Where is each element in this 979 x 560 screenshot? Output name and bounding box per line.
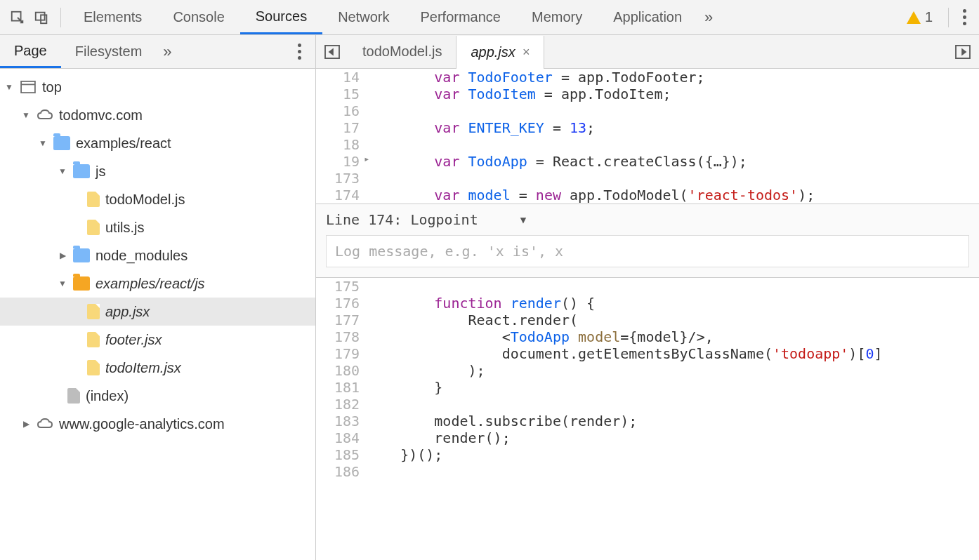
gutter[interactable]: 185: [316, 446, 367, 463]
tab-performance[interactable]: Performance: [405, 0, 517, 34]
logpoint-editor: Line 174: Logpoint ▼: [316, 204, 979, 278]
device-toggle-icon[interactable]: [29, 6, 53, 29]
gutter[interactable]: 176: [316, 295, 367, 312]
tree-node-file[interactable]: footer.jsx: [0, 326, 315, 354]
svg-rect-3: [21, 81, 35, 93]
tree-label: www.google-analytics.com: [59, 416, 225, 432]
warning-icon: [907, 11, 921, 24]
svg-rect-2: [41, 15, 46, 23]
folder-icon: [73, 276, 90, 291]
sidebar-tab-filesystem[interactable]: Filesystem: [61, 35, 157, 68]
folder-icon: [53, 136, 70, 150]
frame-icon: [20, 80, 37, 94]
gutter[interactable]: 175: [316, 278, 367, 295]
tree-node-folder[interactable]: ▼ examples/react/js: [0, 269, 315, 298]
tree-node-top[interactable]: ▼ top: [0, 73, 315, 101]
editor-tab-app[interactable]: app.jsx ×: [456, 36, 544, 69]
main-area: Page Filesystem » ▼ top ▼ todomvc.com: [0, 35, 979, 560]
file-icon: [87, 192, 100, 207]
gutter[interactable]: 174: [316, 187, 367, 204]
tree-label: footer.jsx: [105, 332, 162, 348]
gutter[interactable]: 183: [316, 413, 367, 429]
chevron-down-icon: ▼: [520, 214, 526, 225]
gutter[interactable]: 15: [316, 86, 367, 102]
file-icon: [87, 332, 100, 347]
gutter[interactable]: 184: [316, 429, 367, 446]
navigator-tabs: Page Filesystem »: [0, 35, 315, 69]
tab-application[interactable]: Application: [598, 0, 697, 34]
show-navigator-icon[interactable]: [320, 45, 344, 59]
tree-node-file[interactable]: todoItem.jsx: [0, 354, 315, 382]
warning-count: 1: [925, 9, 933, 25]
file-icon: [87, 220, 100, 235]
tree-label: examples/react: [76, 135, 171, 152]
more-tabs-icon[interactable]: »: [697, 8, 720, 27]
close-tab-icon[interactable]: ×: [523, 45, 530, 60]
show-debugger-icon[interactable]: [951, 45, 975, 59]
gutter[interactable]: 19: [316, 153, 367, 170]
tree-node-file[interactable]: (index): [0, 382, 315, 410]
svg-marker-6: [329, 48, 334, 55]
sidebar-more-tabs-icon[interactable]: »: [156, 43, 178, 61]
folder-icon: [73, 164, 90, 178]
tree-node-file[interactable]: app.jsx: [0, 298, 315, 326]
folder-icon: [73, 248, 90, 262]
cloud-icon: [37, 108, 53, 122]
navigator-sidebar: Page Filesystem » ▼ top ▼ todomvc.com: [0, 35, 316, 560]
breakpoint-type-select[interactable]: Logpoint ▼: [410, 211, 526, 228]
logpoint-line-label: Line 174:: [326, 211, 402, 228]
inspect-icon[interactable]: [6, 6, 29, 29]
tree-label: app.jsx: [105, 304, 150, 320]
tree-node-file[interactable]: todoModel.js: [0, 185, 315, 213]
breakpoint-type-label: Logpoint: [410, 211, 478, 228]
file-icon: [67, 388, 80, 404]
gutter[interactable]: 14: [316, 69, 367, 86]
tab-memory[interactable]: Memory: [516, 0, 598, 34]
file-icon: [87, 304, 100, 319]
gutter[interactable]: 180: [316, 362, 367, 379]
tree-label: examples/react/js: [96, 276, 205, 292]
editor-tabs: todoModel.js app.jsx ×: [316, 35, 979, 69]
editor-tab-todomodel[interactable]: todoModel.js: [348, 35, 456, 68]
gutter[interactable]: 17: [316, 119, 367, 136]
gutter[interactable]: 179: [316, 345, 367, 362]
code-editor[interactable]: 14 var TodoFooter = app.TodoFooter; 15 v…: [316, 69, 979, 560]
warnings-indicator[interactable]: 1: [907, 9, 933, 25]
gutter[interactable]: 173: [316, 170, 367, 187]
editor-tab-label: todoModel.js: [362, 44, 442, 60]
gutter[interactable]: 177: [316, 312, 367, 328]
tree-node-folder[interactable]: ▼ examples/react: [0, 129, 315, 157]
gutter[interactable]: 18: [316, 136, 367, 153]
svg-marker-8: [961, 48, 966, 55]
file-tree: ▼ top ▼ todomvc.com ▼ examples/react ▼: [0, 69, 315, 438]
tree-label: todoItem.jsx: [105, 360, 181, 376]
tree-label: todoModel.js: [105, 192, 185, 208]
gutter[interactable]: 16: [316, 102, 367, 119]
cloud-icon: [37, 417, 53, 431]
kebab-menu-icon[interactable]: [956, 9, 973, 25]
sidebar-tab-page[interactable]: Page: [0, 35, 61, 68]
tree-node-file[interactable]: utils.js: [0, 213, 315, 241]
tree-node-domain[interactable]: ▶ www.google-analytics.com: [0, 410, 315, 438]
tree-label: top: [42, 79, 62, 95]
sidebar-kebab-icon[interactable]: [291, 44, 308, 60]
separator: [60, 8, 61, 27]
tree-node-folder[interactable]: ▶ node_modules: [0, 241, 315, 269]
editor-tab-label: app.jsx: [471, 44, 515, 60]
gutter[interactable]: 186: [316, 463, 367, 480]
separator: [948, 8, 949, 27]
tree-label: todomvc.com: [59, 107, 143, 124]
file-icon: [87, 360, 100, 375]
tab-elements[interactable]: Elements: [68, 0, 157, 34]
gutter[interactable]: 182: [316, 396, 367, 413]
tab-sources[interactable]: Sources: [240, 0, 322, 34]
tree-node-domain[interactable]: ▼ todomvc.com: [0, 101, 315, 129]
tab-network[interactable]: Network: [322, 0, 405, 34]
tree-label: (index): [86, 388, 129, 404]
tree-node-folder[interactable]: ▼ js: [0, 157, 315, 185]
gutter[interactable]: 181: [316, 379, 367, 396]
gutter[interactable]: 178: [316, 328, 367, 345]
logpoint-message-input[interactable]: [326, 235, 969, 267]
tab-console[interactable]: Console: [157, 0, 239, 34]
svg-rect-1: [36, 12, 45, 20]
